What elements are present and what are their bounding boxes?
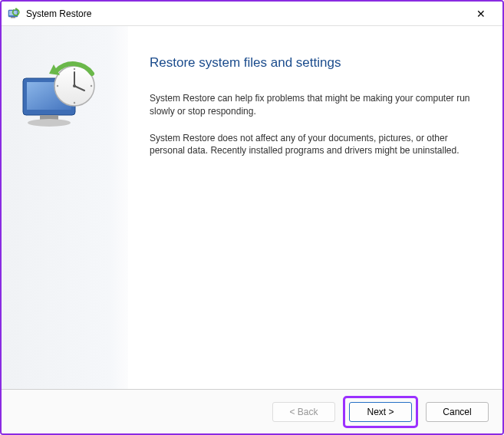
svg-point-12: [74, 68, 75, 70]
close-icon: ✕: [476, 8, 486, 20]
main-panel: Restore system files and settings System…: [128, 26, 502, 389]
monitor-clock-restore-icon: [17, 57, 101, 133]
svg-marker-3: [15, 8, 18, 10]
svg-point-15: [57, 85, 58, 87]
back-button: < Back: [272, 402, 335, 422]
next-button[interactable]: Next >: [349, 402, 412, 422]
description-paragraph-1: System Restore can help fix problems tha…: [150, 92, 472, 118]
close-button[interactable]: ✕: [466, 3, 496, 25]
cancel-button[interactable]: Cancel: [426, 402, 489, 422]
content-area: Restore system files and settings System…: [2, 26, 502, 389]
system-restore-app-icon: [8, 8, 20, 20]
page-heading: Restore system files and settings: [150, 55, 472, 71]
sidebar: [2, 26, 128, 389]
svg-rect-2: [11, 17, 15, 18]
window-title: System Restore: [26, 8, 466, 19]
svg-point-14: [74, 102, 75, 104]
next-button-highlight: Next >: [343, 396, 418, 428]
svg-point-13: [91, 85, 92, 87]
description-paragraph-2: System Restore does not affect any of yo…: [150, 132, 472, 158]
wizard-footer: < Back Next > Cancel: [2, 389, 502, 433]
title-bar: System Restore ✕: [2, 2, 502, 26]
svg-point-7: [28, 119, 71, 127]
